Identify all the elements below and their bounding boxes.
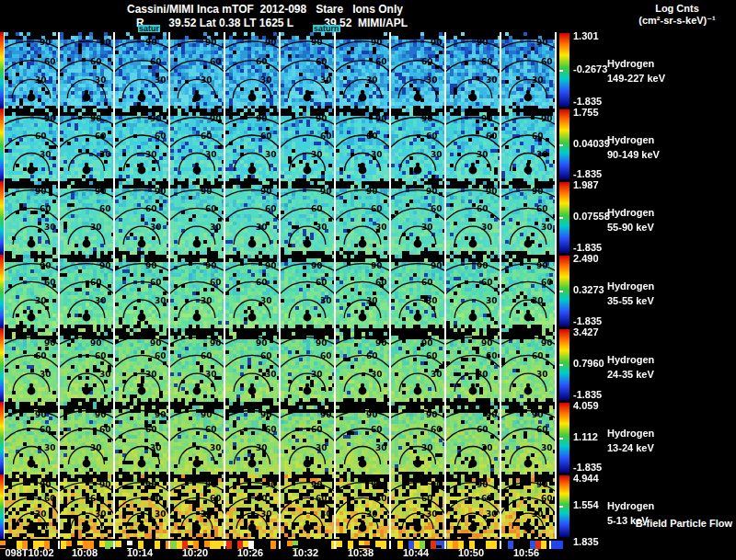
- row-heatmap-canvas-1: [0, 109, 557, 181]
- colorbar-mid-tick: [559, 144, 563, 146]
- time-tick-label: 10:38: [348, 547, 374, 558]
- plot-title: Cassini/MIMI Inca mTOF 2012-098 Stare Io…: [127, 3, 403, 16]
- units-label-line2: (cm²-sr-s-keV)⁻¹: [622, 15, 732, 27]
- bfield-flow-label: B-field Particle Flow: [636, 518, 732, 529]
- colorbar-max-label: 1.755: [573, 107, 599, 118]
- saturn-direction-label-left: satur: [138, 25, 160, 32]
- time-tick-label: 10:26: [237, 547, 263, 558]
- row-heatmap-canvas-0: [0, 32, 557, 109]
- time-tick-label: 10:20: [182, 547, 208, 558]
- time-tick-label: 098T10:02: [5, 547, 53, 558]
- time-tick-label: 10:50: [458, 547, 484, 558]
- energy-range-label: 35-55 keV: [607, 295, 654, 306]
- species-label: Hydrogen: [607, 354, 654, 365]
- energy-range-label: 55-90 keV: [607, 222, 654, 233]
- saturn-direction-label-right: saturn: [313, 25, 340, 32]
- energy-range-label: 149-227 keV: [607, 73, 665, 84]
- colorbar-max-label: 1.987: [573, 179, 599, 190]
- row-heatmap-canvas-5: [0, 402, 557, 474]
- colorbar-mid-tick: [559, 364, 563, 366]
- row-heatmap-canvas-2: [0, 181, 557, 255]
- energy-range-label: 24-35 keV: [607, 369, 654, 380]
- colorbar-min-label: -1.835: [573, 389, 602, 400]
- colorbar-mid-label: -0.2673: [573, 63, 607, 74]
- species-label: Hydrogen: [607, 207, 654, 218]
- colorbar-mid-tick: [559, 506, 563, 508]
- species-label: Hydrogen: [607, 134, 654, 145]
- colorbar-max-label: 2.490: [573, 253, 599, 264]
- row-heatmap-canvas-4: [0, 328, 557, 402]
- colorbar-mid-label: 0.07558: [573, 211, 610, 222]
- units-label-line1: Log Cnts: [622, 3, 732, 14]
- colorbar-mid-tick: [559, 217, 563, 219]
- species-label: Hydrogen: [607, 58, 654, 69]
- time-tick-label: 10:08: [72, 547, 98, 558]
- row-heatmap-canvas-3: [0, 255, 557, 328]
- colorbar-mid-label: 1.112: [573, 431, 598, 442]
- colorbar-mid-label: 1.554: [573, 499, 599, 510]
- colorbar-max-label: 4.944: [573, 473, 599, 484]
- colorbar-mid-label: 0.3273: [573, 284, 604, 295]
- time-tick-label: 10:14: [127, 547, 153, 558]
- time-tick-label: 10:32: [293, 547, 318, 558]
- colorbar-min-label: -1.835: [573, 96, 602, 107]
- colorbar-min-label: 1.835: [573, 536, 599, 547]
- energy-range-label: 90-149 keV: [607, 149, 660, 160]
- time-tick-label: 10:44: [403, 547, 429, 558]
- time-tick-label: 10:56: [513, 547, 539, 558]
- colorbar-mid-tick: [559, 291, 563, 292]
- colorbar-mid-tick: [559, 70, 563, 72]
- row-heatmap-canvas-6: [0, 474, 557, 539]
- plot-subtitle: R 39.52 Lat 0.38 LT 1625 L 39.52 MIMI/AP…: [136, 17, 408, 29]
- colorbar-max-label: 3.427: [573, 326, 599, 337]
- energy-range-label: 13-24 keV: [607, 442, 654, 453]
- species-label: Hydrogen: [607, 500, 654, 511]
- energy-range-label: 5-13 keV: [607, 515, 649, 526]
- mimi-inca-plot-screen: Cassini/MIMI Inca mTOF 2012-098 Stare Io…: [0, 0, 736, 560]
- colorbar-max-label: 1.301: [573, 30, 599, 41]
- colorbar-min-label: -1.835: [573, 168, 602, 179]
- colorbar-min-label: -1.835: [573, 242, 602, 253]
- colorbar-mid-tick: [559, 438, 563, 440]
- colorbar-mid-label: 0.04039: [573, 138, 610, 149]
- species-label: Hydrogen: [607, 428, 654, 439]
- colorbar-min-label: -1.835: [573, 462, 602, 473]
- species-label: Hydrogen: [607, 280, 654, 291]
- colorbar-min-label: -1.835: [573, 315, 602, 326]
- colorbar-max-label: 4.059: [573, 400, 599, 411]
- colorbar-mid-label: 0.7960: [573, 358, 604, 369]
